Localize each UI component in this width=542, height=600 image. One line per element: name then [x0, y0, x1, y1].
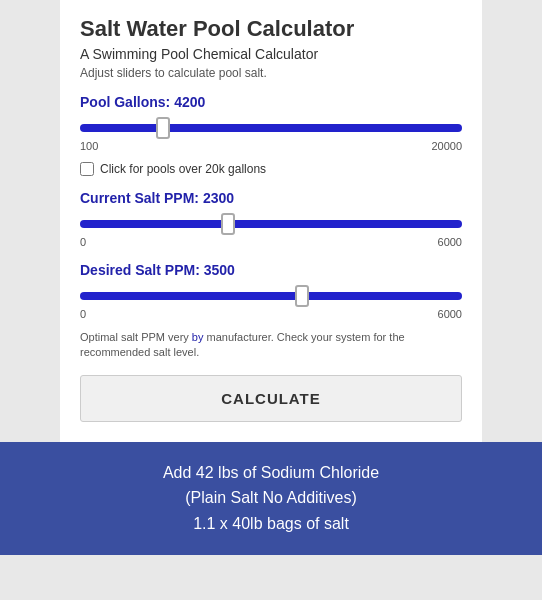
gallons-slider-container [80, 118, 462, 136]
current-salt-slider-container [80, 214, 462, 232]
over-20k-row: Click for pools over 20k gallons [80, 162, 462, 176]
current-salt-section: Current Salt PPM: 2300 0 6000 [80, 190, 462, 248]
result-line-1: Add 42 lbs of Sodium Chloride [20, 460, 522, 486]
gallons-label: Pool Gallons: 4200 [80, 94, 462, 110]
desired-salt-hint: Optimal salt PPM very by manufacturer. C… [80, 330, 462, 361]
desired-salt-value: 3500 [204, 262, 235, 278]
desired-salt-slider-labels: 0 6000 [80, 308, 462, 320]
over-20k-checkbox[interactable] [80, 162, 94, 176]
current-salt-value: 2300 [203, 190, 234, 206]
current-salt-slider-labels: 0 6000 [80, 236, 462, 248]
calculate-button[interactable]: CALCULATE [80, 375, 462, 422]
page-instruction: Adjust sliders to calculate pool salt. [80, 66, 462, 80]
desired-salt-slider-container [80, 286, 462, 304]
result-line-3: 1.1 x 40lb bags of salt [20, 511, 522, 537]
content-area: Salt Water Pool Calculator A Swimming Po… [60, 0, 482, 442]
desired-salt-label: Desired Salt PPM: 3500 [80, 262, 462, 278]
gallons-slider[interactable] [80, 124, 462, 132]
result-line-2: (Plain Salt No Additives) [20, 485, 522, 511]
page-wrapper: Salt Water Pool Calculator A Swimming Po… [0, 0, 542, 555]
gallons-slider-labels: 100 20000 [80, 140, 462, 152]
desired-salt-section: Desired Salt PPM: 3500 0 6000 Optimal sa… [80, 262, 462, 361]
current-salt-slider[interactable] [80, 220, 462, 228]
desired-salt-slider[interactable] [80, 292, 462, 300]
page-title: Salt Water Pool Calculator [80, 16, 462, 42]
gallons-value: 4200 [174, 94, 205, 110]
current-salt-label: Current Salt PPM: 2300 [80, 190, 462, 206]
result-banner: Add 42 lbs of Sodium Chloride (Plain Sal… [0, 442, 542, 555]
over-20k-label[interactable]: Click for pools over 20k gallons [100, 162, 266, 176]
gallons-section: Pool Gallons: 4200 100 20000 Click for p… [80, 94, 462, 176]
page-subtitle: A Swimming Pool Chemical Calculator [80, 46, 462, 62]
